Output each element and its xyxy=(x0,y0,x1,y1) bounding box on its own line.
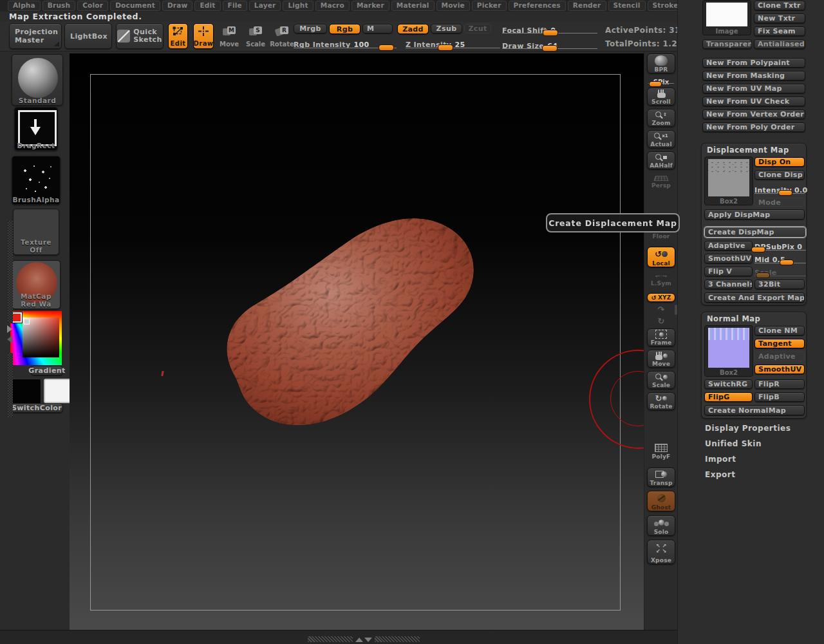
polyframe-toggle[interactable]: PolyF xyxy=(647,441,675,460)
slider-handle[interactable] xyxy=(543,30,558,36)
menu-item[interactable]: Layer xyxy=(249,1,281,11)
rgb-intensity-slider[interactable]: Rgb Intensity100 xyxy=(294,37,397,48)
new-from-button[interactable]: New From Masking xyxy=(702,71,805,80)
menu-item[interactable]: Macro xyxy=(315,1,350,11)
slider-handle[interactable] xyxy=(751,247,765,252)
disp-intensity-slider[interactable]: Intensity 0.0 xyxy=(754,183,805,194)
actual-size-button[interactable]: x1 Actual xyxy=(647,130,675,148)
scroll-track-right[interactable] xyxy=(375,636,420,642)
move-3d-button[interactable]: Move xyxy=(647,350,675,368)
switchcolor-button[interactable]: SwitchColor xyxy=(10,403,63,413)
zcut-button[interactable]: Zcut xyxy=(464,24,491,33)
antialiased-toggle[interactable]: Antialiased xyxy=(754,39,805,49)
frame-mesh-button[interactable]: Frame xyxy=(647,328,675,346)
sculpted-model[interactable] xyxy=(189,178,488,451)
xpose-button[interactable]: ↖ ↗↙ ↘ Xpose xyxy=(647,540,675,564)
m-button[interactable]: M xyxy=(362,24,393,33)
tangent-toggle[interactable]: Tangent xyxy=(754,339,805,348)
new-txtr-button[interactable]: New Txtr xyxy=(754,14,805,23)
move-button[interactable]: M Move xyxy=(219,24,239,49)
apply-dispmap-button[interactable]: Apply DispMap xyxy=(704,209,805,220)
slider-handle[interactable] xyxy=(379,44,394,51)
draw-button[interactable]: Draw xyxy=(193,23,214,49)
secondary-color-swatch-white[interactable] xyxy=(44,379,72,403)
create-export-map-button[interactable]: Create And Export Map xyxy=(704,292,805,303)
flipg-toggle[interactable]: FlipG xyxy=(704,392,753,402)
clone-txtr-button[interactable]: Clone Txtr xyxy=(754,1,805,10)
new-from-button[interactable]: New From UV Check xyxy=(702,97,805,106)
dpsubpix-slider[interactable]: DPSubPix 0 xyxy=(754,240,806,251)
nm-adaptive-toggle[interactable]: Adaptive xyxy=(754,352,805,361)
projection-master-button[interactable]: Projection Master xyxy=(9,23,62,49)
y-rotation-button[interactable]: ↷ xyxy=(647,305,675,314)
menu-item[interactable]: Color xyxy=(77,1,108,11)
subpalette-link[interactable]: Import xyxy=(705,455,821,470)
scroll-canvas-button[interactable]: Scroll xyxy=(647,88,675,106)
rgb-button[interactable]: Rgb xyxy=(329,24,360,34)
menu-item[interactable]: Brush xyxy=(42,1,75,11)
spix-control[interactable]: SPix xyxy=(647,75,675,87)
menu-item[interactable]: Picker xyxy=(472,1,507,11)
menu-item[interactable]: Material xyxy=(391,1,435,11)
disp-mode-toggle[interactable]: Mode xyxy=(754,198,805,207)
solo-toggle[interactable]: Solo xyxy=(647,515,675,536)
subpalette-link[interactable]: Unified Skin xyxy=(705,439,821,455)
dispmap-thumbnail[interactable]: Box2 xyxy=(704,156,753,205)
z-intensity-slider[interactable]: Z Intensity25 xyxy=(406,37,500,48)
menu-item[interactable]: Render xyxy=(568,1,606,11)
tray-expand-arrow-icon[interactable] xyxy=(7,325,12,333)
menu-item[interactable]: Draw xyxy=(162,1,192,11)
channels-toggle[interactable]: 3 Channels xyxy=(704,279,753,289)
document-canvas[interactable] xyxy=(70,53,644,630)
normalmap-thumbnail[interactable]: Box2 xyxy=(704,325,753,377)
ghost-toggle[interactable]: Ghost xyxy=(647,491,675,511)
texture-thumbnail[interactable]: Image xyxy=(702,0,751,35)
perspective-toggle[interactable]: Persp xyxy=(647,173,675,189)
slider-handle[interactable] xyxy=(542,45,557,52)
menu-item[interactable]: Document xyxy=(110,1,160,11)
new-from-button[interactable]: New From Poly Order xyxy=(702,122,805,132)
new-from-button[interactable]: New From Vertex Order xyxy=(702,109,805,119)
subpalette-link[interactable]: Export xyxy=(705,470,821,486)
lightbox-button[interactable]: LightBox xyxy=(64,23,112,49)
scroll-down-arrow-icon[interactable] xyxy=(364,638,372,642)
slider-handle[interactable] xyxy=(778,190,792,196)
material-selector-matcap[interactable]: MatCap Red Wa xyxy=(12,260,61,309)
brush-selector-standard[interactable]: Standard xyxy=(12,54,63,106)
switchrg-toggle[interactable]: SwitchRG xyxy=(704,379,753,389)
menu-item[interactable]: Light xyxy=(283,1,313,11)
xyz-rotation-button[interactable]: ↺ XYZ xyxy=(647,293,675,302)
flipr-toggle[interactable]: FlipR xyxy=(754,379,805,389)
rotate-3d-button[interactable]: ↻ Rotate xyxy=(647,392,675,410)
menu-item[interactable]: Edit xyxy=(194,1,220,11)
disp-on-toggle[interactable]: Disp On xyxy=(754,157,805,167)
normal-map-title[interactable]: Normal Map xyxy=(707,314,760,323)
bpr-render-button[interactable]: BPR xyxy=(647,53,675,73)
scale-3d-button[interactable]: Scale xyxy=(647,371,675,389)
gradient-button[interactable]: Gradient xyxy=(31,366,63,375)
alpha-selector-brushalpha[interactable]: BrushAlpha xyxy=(12,156,61,205)
scale-button[interactable]: S Scale xyxy=(245,24,266,49)
menu-item[interactable]: Stencil xyxy=(608,1,646,11)
color-picker[interactable] xyxy=(10,311,62,365)
menu-item[interactable]: Marker xyxy=(351,1,389,11)
focal-shift-slider[interactable]: Focal Shift0 xyxy=(502,23,597,33)
tray-collapse-arrow-icon[interactable] xyxy=(7,336,12,343)
menu-item[interactable]: Alpha xyxy=(8,1,41,11)
rotate-button[interactable]: R Rotate xyxy=(270,24,294,49)
aa-half-button[interactable]: AAHalf xyxy=(647,151,675,169)
disp-smoothuv-toggle[interactable]: SmoothUV xyxy=(704,254,753,263)
menu-item[interactable]: File xyxy=(223,1,247,11)
bit-depth-toggle[interactable]: 32Bit xyxy=(754,279,805,289)
mrgb-button[interactable]: Mrgb xyxy=(294,24,327,33)
tray-divider-strip[interactable] xyxy=(8,221,13,323)
menu-item[interactable]: Movie xyxy=(436,1,470,11)
fix-seam-button[interactable]: Fix Seam xyxy=(754,26,805,36)
edit-button[interactable]: Edit xyxy=(168,23,188,49)
local-transform-toggle[interactable]: ↺ Local xyxy=(647,247,675,267)
zadd-button[interactable]: Zadd xyxy=(397,24,429,34)
slider-handle[interactable] xyxy=(780,260,794,265)
current-color-swatch[interactable] xyxy=(12,312,22,323)
stroke-selector-dragrect[interactable]: DragRect xyxy=(14,107,58,151)
create-normalmap-button[interactable]: Create NormalMap xyxy=(704,405,805,415)
